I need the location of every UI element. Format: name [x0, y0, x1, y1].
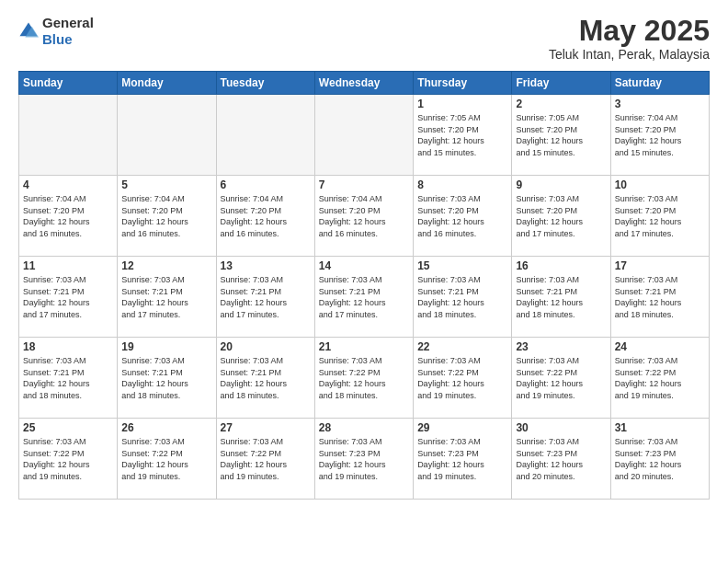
day-cell: 19Sunrise: 7:03 AM Sunset: 7:21 PM Dayli…	[118, 338, 216, 419]
day-info: Sunrise: 7:03 AM Sunset: 7:22 PM Dayligh…	[23, 436, 113, 482]
day-info: Sunrise: 7:03 AM Sunset: 7:22 PM Dayligh…	[417, 355, 507, 401]
day-cell: 31Sunrise: 7:03 AM Sunset: 7:23 PM Dayli…	[610, 419, 709, 500]
day-number: 16	[516, 259, 606, 272]
day-cell: 27Sunrise: 7:03 AM Sunset: 7:22 PM Dayli…	[216, 419, 314, 500]
day-cell: 13Sunrise: 7:03 AM Sunset: 7:21 PM Dayli…	[216, 257, 314, 338]
day-number: 28	[319, 421, 409, 434]
day-number: 27	[221, 421, 311, 434]
day-cell	[216, 95, 314, 176]
day-info: Sunrise: 7:05 AM Sunset: 7:20 PM Dayligh…	[417, 112, 507, 158]
day-info: Sunrise: 7:04 AM Sunset: 7:20 PM Dayligh…	[23, 193, 113, 239]
day-info: Sunrise: 7:03 AM Sunset: 7:20 PM Dayligh…	[615, 193, 705, 239]
day-cell: 2Sunrise: 7:05 AM Sunset: 7:20 PM Daylig…	[512, 95, 610, 176]
title-block: May 2025 Teluk Intan, Perak, Malaysia	[549, 15, 710, 62]
day-number: 22	[417, 340, 507, 353]
day-number: 29	[417, 421, 507, 434]
week-row-2: 4Sunrise: 7:04 AM Sunset: 7:20 PM Daylig…	[19, 176, 710, 257]
day-cell: 23Sunrise: 7:03 AM Sunset: 7:22 PM Dayli…	[512, 338, 610, 419]
page: General Blue May 2025 Teluk Intan, Perak…	[0, 0, 728, 563]
day-cell: 30Sunrise: 7:03 AM Sunset: 7:23 PM Dayli…	[512, 419, 610, 500]
day-info: Sunrise: 7:04 AM Sunset: 7:20 PM Dayligh…	[615, 112, 705, 158]
day-info: Sunrise: 7:03 AM Sunset: 7:21 PM Dayligh…	[121, 274, 211, 320]
day-number: 5	[121, 178, 211, 191]
day-cell: 14Sunrise: 7:03 AM Sunset: 7:21 PM Dayli…	[314, 257, 413, 338]
day-number: 7	[319, 178, 409, 191]
day-number: 8	[417, 178, 507, 191]
location-subtitle: Teluk Intan, Perak, Malaysia	[549, 47, 710, 62]
month-title: May 2025	[549, 15, 710, 47]
day-cell	[19, 95, 118, 176]
day-number: 1	[417, 98, 507, 110]
week-row-3: 11Sunrise: 7:03 AM Sunset: 7:21 PM Dayli…	[19, 257, 710, 338]
day-number: 10	[615, 178, 705, 191]
header-saturday: Saturday	[610, 72, 709, 95]
day-info: Sunrise: 7:03 AM Sunset: 7:23 PM Dayligh…	[417, 436, 507, 482]
calendar-table: Sunday Monday Tuesday Wednesday Thursday…	[18, 71, 710, 500]
day-number: 20	[221, 340, 311, 353]
day-number: 12	[121, 259, 211, 272]
week-row-1: 1Sunrise: 7:05 AM Sunset: 7:20 PM Daylig…	[19, 95, 710, 176]
day-cell	[314, 95, 413, 176]
header-friday: Friday	[512, 72, 610, 95]
day-cell: 26Sunrise: 7:03 AM Sunset: 7:22 PM Dayli…	[118, 419, 216, 500]
day-cell: 28Sunrise: 7:03 AM Sunset: 7:23 PM Dayli…	[314, 419, 413, 500]
day-number: 19	[121, 340, 211, 353]
day-cell: 11Sunrise: 7:03 AM Sunset: 7:21 PM Dayli…	[19, 257, 118, 338]
day-info: Sunrise: 7:03 AM Sunset: 7:21 PM Dayligh…	[221, 274, 311, 320]
day-number: 21	[319, 340, 409, 353]
day-info: Sunrise: 7:03 AM Sunset: 7:22 PM Dayligh…	[121, 436, 211, 482]
day-cell: 17Sunrise: 7:03 AM Sunset: 7:21 PM Dayli…	[610, 257, 709, 338]
day-number: 31	[615, 421, 705, 434]
header-tuesday: Tuesday	[216, 72, 314, 95]
day-cell: 20Sunrise: 7:03 AM Sunset: 7:21 PM Dayli…	[216, 338, 314, 419]
day-number: 4	[23, 178, 113, 191]
calendar-body: 1Sunrise: 7:05 AM Sunset: 7:20 PM Daylig…	[19, 95, 710, 500]
day-cell: 3Sunrise: 7:04 AM Sunset: 7:20 PM Daylig…	[610, 95, 709, 176]
day-info: Sunrise: 7:03 AM Sunset: 7:21 PM Dayligh…	[23, 274, 113, 320]
day-info: Sunrise: 7:05 AM Sunset: 7:20 PM Dayligh…	[516, 112, 606, 158]
day-number: 6	[221, 178, 311, 191]
day-info: Sunrise: 7:04 AM Sunset: 7:20 PM Dayligh…	[221, 193, 311, 239]
day-cell: 1Sunrise: 7:05 AM Sunset: 7:20 PM Daylig…	[414, 95, 512, 176]
day-cell: 5Sunrise: 7:04 AM Sunset: 7:20 PM Daylig…	[118, 176, 216, 257]
day-info: Sunrise: 7:03 AM Sunset: 7:22 PM Dayligh…	[319, 355, 409, 401]
day-cell: 18Sunrise: 7:03 AM Sunset: 7:21 PM Dayli…	[19, 338, 118, 419]
day-number: 17	[615, 259, 705, 272]
day-cell	[118, 95, 216, 176]
day-cell: 10Sunrise: 7:03 AM Sunset: 7:20 PM Dayli…	[610, 176, 709, 257]
day-info: Sunrise: 7:03 AM Sunset: 7:21 PM Dayligh…	[221, 355, 311, 401]
day-cell: 29Sunrise: 7:03 AM Sunset: 7:23 PM Dayli…	[414, 419, 512, 500]
day-cell: 21Sunrise: 7:03 AM Sunset: 7:22 PM Dayli…	[314, 338, 413, 419]
day-info: Sunrise: 7:03 AM Sunset: 7:23 PM Dayligh…	[319, 436, 409, 482]
logo-general: General	[42, 15, 94, 30]
logo-blue: Blue	[42, 31, 73, 47]
header: General Blue May 2025 Teluk Intan, Perak…	[18, 15, 710, 62]
day-info: Sunrise: 7:04 AM Sunset: 7:20 PM Dayligh…	[319, 193, 409, 239]
day-cell: 12Sunrise: 7:03 AM Sunset: 7:21 PM Dayli…	[118, 257, 216, 338]
day-info: Sunrise: 7:03 AM Sunset: 7:23 PM Dayligh…	[615, 436, 705, 482]
day-number: 14	[319, 259, 409, 272]
day-cell: 16Sunrise: 7:03 AM Sunset: 7:21 PM Dayli…	[512, 257, 610, 338]
day-number: 9	[516, 178, 606, 191]
day-cell: 24Sunrise: 7:03 AM Sunset: 7:22 PM Dayli…	[610, 338, 709, 419]
day-info: Sunrise: 7:03 AM Sunset: 7:20 PM Dayligh…	[417, 193, 507, 239]
day-headers-row: Sunday Monday Tuesday Wednesday Thursday…	[19, 72, 710, 95]
day-info: Sunrise: 7:03 AM Sunset: 7:20 PM Dayligh…	[516, 193, 606, 239]
day-number: 23	[516, 340, 606, 353]
day-cell: 4Sunrise: 7:04 AM Sunset: 7:20 PM Daylig…	[19, 176, 118, 257]
day-number: 30	[516, 421, 606, 434]
day-cell: 22Sunrise: 7:03 AM Sunset: 7:22 PM Dayli…	[414, 338, 512, 419]
day-cell: 15Sunrise: 7:03 AM Sunset: 7:21 PM Dayli…	[414, 257, 512, 338]
header-sunday: Sunday	[19, 72, 118, 95]
day-info: Sunrise: 7:04 AM Sunset: 7:20 PM Dayligh…	[121, 193, 211, 239]
day-number: 15	[417, 259, 507, 272]
day-info: Sunrise: 7:03 AM Sunset: 7:22 PM Dayligh…	[221, 436, 311, 482]
day-number: 13	[221, 259, 311, 272]
logo-text: General Blue	[42, 15, 94, 48]
day-number: 24	[615, 340, 705, 353]
calendar-header: Sunday Monday Tuesday Wednesday Thursday…	[19, 72, 710, 95]
day-cell: 7Sunrise: 7:04 AM Sunset: 7:20 PM Daylig…	[314, 176, 413, 257]
day-info: Sunrise: 7:03 AM Sunset: 7:21 PM Dayligh…	[319, 274, 409, 320]
header-wednesday: Wednesday	[314, 72, 413, 95]
day-number: 2	[516, 98, 606, 110]
